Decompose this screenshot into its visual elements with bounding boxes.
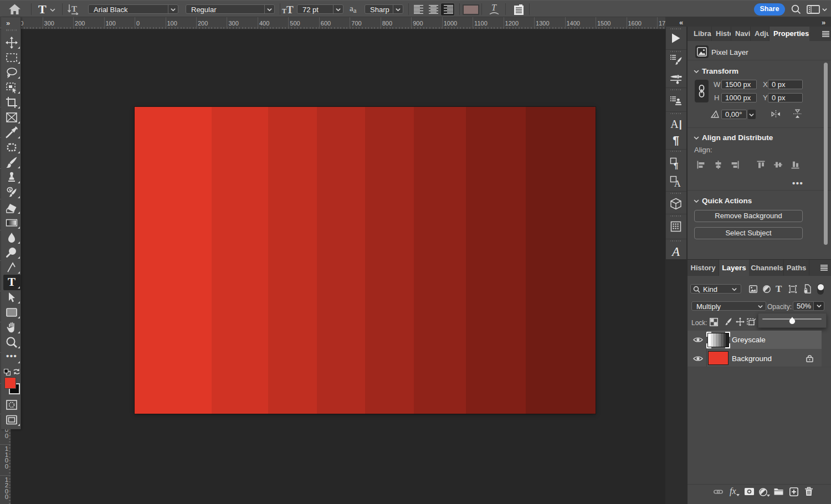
svg-text:T: T [491, 3, 497, 12]
svg-text:A: A [674, 179, 681, 188]
svg-text:T: T [71, 4, 77, 13]
svg-text:¶: ¶ [674, 161, 678, 169]
